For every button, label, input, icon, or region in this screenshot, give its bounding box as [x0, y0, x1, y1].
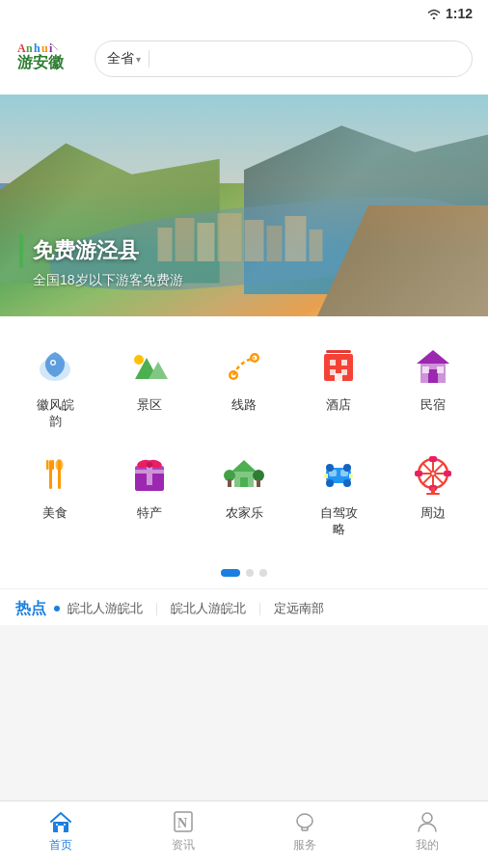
svg-rect-76: [431, 487, 435, 493]
tab-news-label: 资讯: [172, 837, 195, 854]
svg-point-60: [343, 464, 351, 472]
menu-icon-jingqu: [124, 341, 175, 392]
menu-icon-jiudian: [313, 341, 364, 392]
status-bar: 1:12: [0, 0, 488, 27]
banner-subtitle: 全国18岁以下游客免费游: [19, 272, 469, 289]
menu-item-jiudian[interactable]: 酒店: [291, 334, 386, 442]
menu-item-huifeng[interactable]: 徽风皖韵: [8, 334, 102, 442]
banner: 免费游泾县 全国18岁以下游客免费游: [0, 95, 488, 316]
menu-label-huifeng: 徽风皖韵: [37, 397, 74, 430]
time-display: 1:12: [446, 6, 473, 21]
svg-point-17: [52, 362, 55, 365]
svg-text:游安徽: 游安徽: [17, 53, 65, 70]
province-arrow: ▾: [136, 54, 141, 65]
svg-rect-39: [46, 460, 49, 470]
tab-mine[interactable]: 我的: [366, 809, 489, 861]
menu-icon-zhoubian: [408, 449, 458, 500]
svg-rect-53: [228, 479, 231, 487]
menu-icon-huifeng: [30, 341, 80, 392]
banner-text-area: 免费游泾县 全国18岁以下游客免费游: [0, 233, 488, 289]
menu-item-techan[interactable]: 特产: [102, 442, 197, 550]
dots-indicator: [0, 561, 488, 588]
tab-home[interactable]: 首页: [0, 809, 122, 861]
svg-rect-55: [240, 477, 248, 487]
bottom-partial: 热点 皖北人游皖北 ｜ 皖北人游皖北 ｜ 定远南部: [0, 588, 488, 625]
svg-point-20: [134, 355, 144, 365]
menu-label-jingqu: 景区: [137, 397, 162, 414]
svg-rect-54: [257, 479, 260, 487]
svg-rect-26: [330, 360, 336, 366]
separator-2: ｜: [254, 600, 266, 617]
status-icons: 1:12: [426, 6, 473, 21]
province-selector[interactable]: 全省 ▾: [107, 50, 149, 68]
menu-icon-meishi: [30, 449, 80, 500]
svg-point-59: [326, 464, 334, 472]
search-bar[interactable]: 全省 ▾: [95, 41, 473, 77]
tab-service-label: 服务: [293, 837, 316, 854]
svg-text:i: i: [49, 41, 53, 55]
svg-marker-32: [417, 350, 449, 364]
header: A n h u i 游安徽 全省 ▾: [0, 27, 488, 95]
menu-section: 徽风皖韵 景区: [0, 316, 488, 561]
svg-point-62: [343, 479, 351, 487]
tab-service[interactable]: 服务: [244, 809, 366, 861]
svg-text:N: N: [177, 816, 187, 830]
menu-item-minsu[interactable]: 民宿: [386, 334, 480, 442]
menu-label-minsu: 民宿: [420, 397, 446, 414]
svg-rect-27: [341, 360, 347, 366]
menu-item-zijiagonglue[interactable]: 自驾攻略: [291, 442, 386, 550]
hot-item-2[interactable]: 皖北人游皖北: [171, 600, 246, 617]
menu-item-jingqu[interactable]: 景区: [102, 334, 197, 442]
menu-icon-zijiagonglue: [313, 449, 364, 500]
svg-text:A: A: [17, 41, 26, 55]
svg-marker-49: [231, 460, 257, 472]
province-label: 全省: [107, 50, 134, 68]
svg-rect-40: [52, 460, 55, 470]
logo: A n h u i 游安徽: [15, 35, 83, 83]
svg-rect-45: [135, 470, 164, 474]
svg-point-75: [432, 472, 435, 475]
menu-item-zhoubian[interactable]: 周边: [386, 442, 480, 550]
menu-item-meishi[interactable]: 美食: [8, 442, 102, 550]
search-input[interactable]: [159, 51, 460, 67]
hot-tag: 热点: [15, 599, 46, 619]
home-icon: [48, 809, 73, 834]
menu-grid: 徽风皖韵 景区: [0, 334, 488, 550]
menu-label-meishi: 美食: [42, 505, 68, 522]
menu-item-nongjiale[interactable]: 农家乐: [197, 442, 291, 550]
svg-point-81: [64, 824, 66, 826]
menu-label-zijiagonglue: 自驾攻略: [320, 505, 358, 538]
tab-news[interactable]: N 资讯: [122, 809, 245, 861]
svg-line-5: [52, 44, 58, 50]
dot-2: [246, 569, 254, 577]
menu-label-xianlu: 线路: [231, 397, 257, 414]
menu-icon-techan: [124, 449, 175, 500]
logo-graphic: A n h u i 游安徽: [15, 35, 83, 83]
menu-icon-minsu: [408, 341, 458, 392]
separator-dot-1: [54, 606, 60, 611]
svg-rect-34: [428, 369, 438, 383]
svg-rect-35: [422, 366, 429, 373]
svg-text:u: u: [41, 41, 48, 55]
svg-rect-73: [444, 471, 451, 476]
banner-title: 免费游泾县: [33, 236, 139, 265]
menu-label-jiudian: 酒店: [326, 397, 351, 414]
tab-mine-label: 我的: [416, 837, 439, 854]
menu-label-techan: 特产: [137, 505, 162, 522]
menu-icon-nongjiale: [219, 449, 269, 500]
dot-1: [221, 569, 240, 577]
svg-text:h: h: [34, 41, 41, 55]
tab-bar: 首页 N 资讯 服务 我的: [0, 800, 488, 868]
svg-point-41: [56, 459, 64, 471]
svg-point-48: [147, 462, 152, 468]
svg-rect-70: [429, 456, 437, 462]
hot-item-1[interactable]: 皖北人游皖北: [68, 600, 143, 617]
hot-item-3[interactable]: 定远南部: [274, 600, 324, 617]
separator-1: ｜: [150, 600, 163, 617]
mine-icon: [415, 809, 440, 834]
dot-3: [259, 569, 267, 577]
menu-item-xianlu[interactable]: 线路: [197, 334, 291, 442]
svg-rect-64: [349, 474, 353, 478]
service-icon: [292, 809, 317, 834]
svg-point-80: [56, 824, 58, 826]
